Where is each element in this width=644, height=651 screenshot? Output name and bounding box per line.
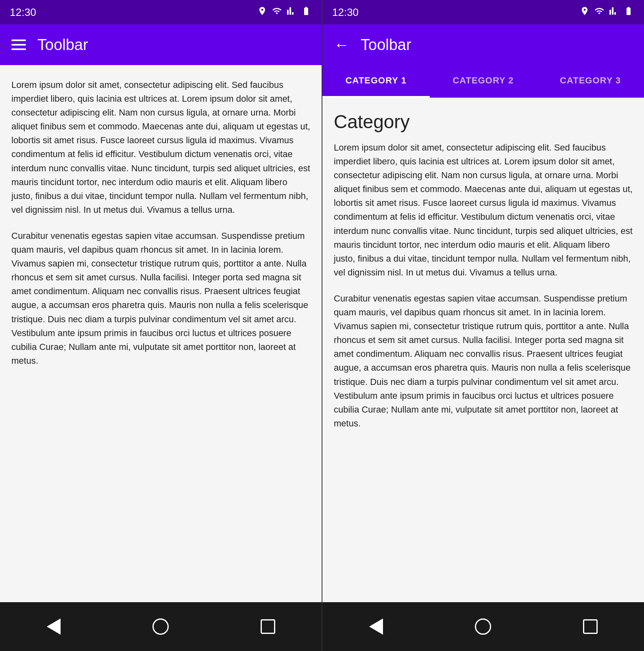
recent-button-2[interactable] [578,614,603,639]
content-paragraph-1-2: Curabitur venenatis egestas sapien vitae… [11,229,310,368]
time-1: 12:30 [10,6,36,19]
battery-icon [300,6,312,19]
content-paragraph-2-1: Lorem ipsum dolor sit amet, consectetur … [334,141,633,280]
time-2: 12:30 [332,6,359,19]
content-paragraph-1-1: Lorem ipsum dolor sit amet, consectetur … [11,78,310,217]
home-circle-icon-2 [475,618,491,635]
status-icons-2 [580,6,634,19]
home-button-1[interactable] [148,614,173,639]
home-button-2[interactable] [471,614,495,639]
location-icon-2 [580,6,590,19]
back-arrow-icon[interactable]: ← [334,36,349,54]
tab-category-1[interactable]: CATEGORY 1 [322,65,430,98]
recent-square-icon-2 [583,619,598,634]
tab-label-1: CATEGORY 1 [346,75,407,86]
recent-square-icon [261,619,275,634]
signal-icon-2 [609,6,619,19]
back-triangle-icon-2 [369,618,383,635]
status-bar-1: 12:30 [0,0,322,24]
content-area-1: Lorem ipsum dolor sit amet, consectetur … [0,65,322,602]
status-icons-1 [257,6,312,19]
content-area-2: Category Lorem ipsum dolor sit amet, con… [322,98,644,602]
hamburger-icon[interactable] [11,39,26,50]
tab-category-3[interactable]: CATEGORY 3 [537,65,644,98]
toolbar-1: Toolbar [0,24,322,65]
tab-label-2: CATEGORY 2 [453,75,513,86]
status-bar-2: 12:30 [322,0,644,24]
nav-bar-1 [0,602,322,651]
back-triangle-icon [47,618,61,635]
recent-button-1[interactable] [256,614,280,639]
wifi-icon-2 [594,6,605,19]
home-circle-icon [152,618,169,635]
toolbar-title-2: Toolbar [361,36,411,54]
toolbar-title-1: Toolbar [37,36,88,54]
phone-2: 12:30 ← Toolbar CATEGORY 1 CATEGORY 2 [322,0,644,651]
content-title: Category [334,111,633,133]
location-icon [257,6,267,19]
phone-1: 12:30 Toolbar Lorem ipsum dolor sit ame [0,0,322,651]
tab-category-2[interactable]: CATEGORY 2 [430,65,537,98]
back-button-2[interactable] [364,614,388,639]
content-paragraph-2-2: Curabitur venenatis egestas sapien vitae… [334,292,633,430]
battery-icon-2 [623,6,634,19]
nav-bar-2 [322,602,644,651]
tab-label-3: CATEGORY 3 [560,75,621,86]
back-button-1[interactable] [41,614,66,639]
wifi-icon [271,6,283,19]
tab-bar: CATEGORY 1 CATEGORY 2 CATEGORY 3 [322,65,644,98]
toolbar-2: ← Toolbar [322,24,644,65]
signal-icon [287,6,296,19]
